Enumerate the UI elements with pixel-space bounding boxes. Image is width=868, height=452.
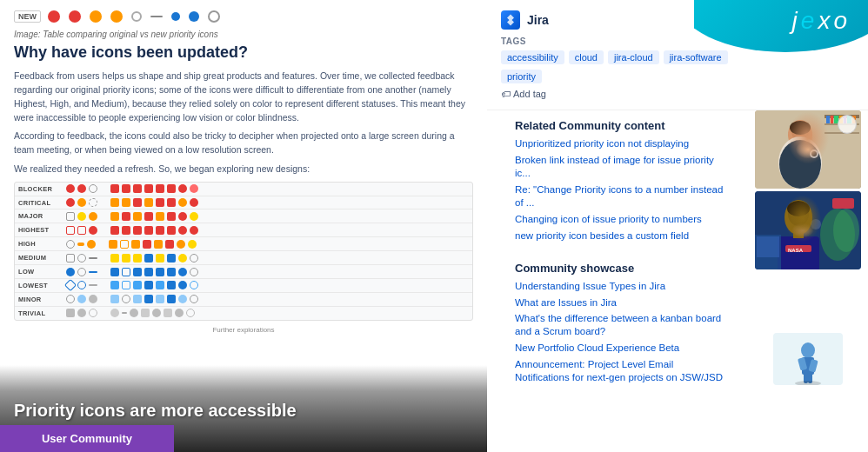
svg-rect-16: [796, 145, 805, 156]
row-icons: [66, 240, 469, 249]
mini-icon: [143, 240, 151, 249]
mini-icon: [130, 309, 138, 317]
mini-icon: [178, 295, 187, 303]
tag-accessibility[interactable]: accessibility: [501, 50, 564, 64]
mini-icon: [89, 295, 97, 303]
tag-priority[interactable]: priority: [501, 70, 542, 83]
mini-icon: [177, 240, 185, 249]
mini-icon: [89, 271, 97, 273]
related-link-5[interactable]: new priority icon besides a custom field: [515, 229, 727, 243]
related-link-1[interactable]: Unprioritized priority icon not displayi…: [515, 137, 727, 150]
showcase-link-2[interactable]: What are Issues in Jira: [515, 296, 727, 309]
mini-icon: [167, 198, 176, 207]
icon-dot-orange2: [110, 10, 123, 23]
mini-icon: [152, 309, 161, 317]
mini-icon: [66, 295, 75, 303]
showcase-link-1[interactable]: Understanding Issue Types in Jira: [515, 280, 727, 293]
showcase-link-4[interactable]: New Portfolio Cloud Experience Beta: [515, 342, 727, 355]
mini-icon: [167, 268, 176, 276]
mini-icon: [77, 268, 86, 276]
svg-point-21: [820, 209, 855, 261]
mini-icon: [77, 226, 86, 235]
mini-icon: [133, 184, 142, 193]
thumbnail-2[interactable]: NASA: [755, 191, 861, 269]
mini-icon: [66, 212, 75, 221]
mini-icon: [110, 254, 119, 263]
row-icons: [66, 184, 469, 193]
mini-icon: [89, 198, 97, 207]
mini-icon: [110, 309, 119, 317]
text-links-area: Related Community content Unprioritized …: [487, 110, 755, 452]
svg-rect-6: [831, 116, 833, 123]
mini-icon: [144, 254, 153, 263]
article-paragraph-3: We realized they needed a refresh. So, w…: [14, 163, 473, 176]
mini-icon: [133, 226, 142, 235]
mini-icon: [122, 281, 130, 289]
svg-rect-7: [834, 116, 838, 123]
svg-point-25: [787, 201, 810, 216]
mini-icon: [122, 312, 127, 314]
mini-icon: [167, 226, 176, 235]
mini-icon: [144, 212, 153, 221]
mini-icon: [178, 254, 187, 263]
svg-rect-29: [793, 229, 804, 238]
showcase-link-5[interactable]: Announcement: Project Level Email Notifi…: [515, 358, 727, 384]
image-caption: Image: Table comparing original vs new p…: [14, 30, 473, 39]
mini-icon: [156, 281, 164, 289]
thumbnail-1[interactable]: [755, 110, 861, 189]
mini-icon: [122, 198, 130, 207]
showcase-link-3[interactable]: What's the difference between a kanban b…: [515, 312, 727, 338]
svg-rect-11: [852, 116, 856, 123]
svg-point-12: [788, 120, 812, 150]
svg-rect-10: [847, 116, 851, 123]
tags-row-2: priority: [501, 70, 854, 83]
row-icons: [66, 295, 469, 303]
related-link-4[interactable]: Changing icon of issue priority to numbe…: [515, 213, 727, 226]
jira-logo-icon: [501, 10, 520, 30]
jexo-logo: jexo: [792, 7, 851, 35]
mini-icon: [109, 240, 117, 249]
mini-icon: [77, 295, 86, 303]
mini-icon: [77, 198, 86, 207]
mini-icon: [122, 295, 130, 303]
video-bottom-bar: Priority icons are more accessible User …: [0, 365, 487, 452]
add-tag-icon: 🏷: [501, 89, 511, 99]
mini-icon: [77, 281, 86, 289]
mini-icon: [156, 254, 164, 263]
svg-rect-9: [844, 116, 846, 123]
svg-point-15: [778, 136, 822, 189]
mini-icon: [133, 212, 142, 221]
mini-icon: [110, 281, 119, 289]
mini-icon: [144, 198, 153, 207]
tag-jira-cloud[interactable]: jira-cloud: [608, 50, 659, 64]
tag-cloud[interactable]: cloud: [569, 50, 604, 64]
related-section-title: Related Community content: [515, 119, 727, 132]
svg-rect-3: [825, 123, 859, 125]
bottom-illustration-area: [755, 272, 861, 445]
related-link-3[interactable]: Re: "Change Priority icons to a number i…: [515, 183, 727, 209]
mini-icon: [77, 184, 86, 193]
tag-jira-software[interactable]: jira-software: [664, 50, 728, 64]
related-link-2[interactable]: Broken link instead of image for issue p…: [515, 154, 727, 180]
mini-icon: [89, 284, 97, 286]
row-icons: [66, 198, 469, 207]
row-icons: [66, 226, 469, 235]
mini-icon: [144, 268, 153, 276]
mini-icon: [186, 309, 195, 317]
row-icons: [66, 281, 469, 289]
right-panel: Jira TAGS accessibility cloud jira-cloud…: [487, 0, 868, 452]
mini-icon: [66, 240, 75, 249]
mini-icon: [64, 279, 77, 291]
article-title: Why have icons been updated?: [14, 43, 473, 63]
icon-grid-row: BLOCKER: [15, 183, 472, 196]
svg-rect-32: [757, 236, 779, 257]
mini-icon: [89, 226, 97, 235]
svg-rect-27: [785, 245, 811, 252]
icon-dot-red: [48, 10, 60, 23]
row-label-blocker: BLOCKER: [18, 185, 66, 193]
mini-icon: [110, 226, 119, 235]
mini-icon: [190, 254, 198, 263]
add-tag-button[interactable]: 🏷 Add tag: [501, 89, 854, 99]
mini-icon: [77, 309, 86, 317]
svg-rect-5: [826, 116, 830, 123]
